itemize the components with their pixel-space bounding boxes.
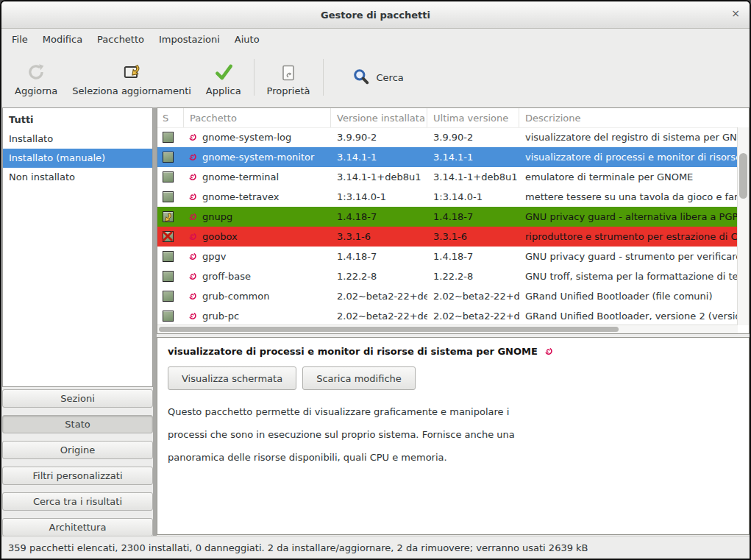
table-rows: gnome-system-log 3.9.90-2 3.9.90-2 visua… (157, 127, 738, 325)
installed-checkbox-icon[interactable] (163, 191, 174, 202)
description-cell: riproduttore e strumento per estrazione … (519, 227, 738, 247)
debian-swirl-icon (188, 311, 197, 321)
view-button[interactable]: Architettura (2, 518, 153, 536)
apply-button[interactable]: Applica (199, 55, 249, 99)
menu-item[interactable]: Pacchetto (90, 30, 152, 49)
column-header-package[interactable]: Pacchetto (184, 108, 331, 127)
package-cell: grub-common (184, 286, 331, 306)
installed-checkbox-icon[interactable] (163, 211, 174, 222)
details-title: visualizzatore di processi e monitor di … (168, 346, 538, 357)
mark-upgrades-button[interactable]: Seleziona aggiornamenti (65, 55, 199, 99)
refresh-button[interactable]: Aggiorna (7, 55, 65, 99)
package-cell: gnome-tetravex (184, 187, 331, 207)
table-row[interactable]: gpgv 1.4.18-7 1.4.18-7 GNU privacy guard… (157, 247, 738, 266)
view-button[interactable]: Origine (2, 441, 153, 459)
table-row[interactable]: gnome-system-monitor 3.14.1-1 3.14.1-1 v… (157, 147, 738, 167)
status-cell (157, 247, 184, 266)
details-buttons: Visualizza schermata Scarica modifiche (168, 366, 738, 390)
description-cell: GNU privacy guard - strumento per verifi… (519, 247, 738, 266)
column-header-status[interactable]: S (157, 108, 184, 127)
debian-swirl-icon (188, 291, 197, 301)
debian-swirl-icon (188, 252, 197, 261)
download-changelog-button[interactable]: Scarica modifiche (302, 366, 416, 390)
view-screenshot-button[interactable]: Visualizza schermata (168, 366, 296, 390)
package-name: groff-base (202, 271, 251, 282)
menu-item[interactable]: Modifica (35, 30, 90, 49)
refresh-icon (26, 61, 46, 82)
debian-swirl-icon (188, 212, 197, 221)
vertical-scrollbar-thumb[interactable] (739, 153, 747, 199)
status-cell (157, 227, 184, 247)
titlebar[interactable]: Gestore di pacchetti × (1, 1, 750, 29)
table-row[interactable]: goobox 3.3.1-6 3.3.1-6 riproduttore e st… (157, 227, 738, 247)
filter-list-item[interactable]: Installato (3, 130, 152, 149)
package-table: S Pacchetto Versione installata Ultima v… (157, 107, 750, 334)
menu-item[interactable]: Impostazioni (152, 30, 227, 49)
package-name: gpgv (202, 251, 226, 262)
installed-version-cell: 3.14.1-1 (331, 147, 427, 167)
view-button[interactable]: Stato (2, 415, 153, 433)
installed-version-cell: 1:3.14.0-1 (331, 187, 427, 207)
table-row[interactable]: grub-common 2.02~beta2-22+deb8u1 2.02~be… (157, 286, 738, 306)
filter-list-item[interactable]: Installato (manuale) (3, 149, 152, 168)
properties-button[interactable]: Proprietà (260, 55, 318, 99)
view-button[interactable]: Filtri personalizzati (2, 467, 153, 485)
filter-list-item[interactable]: Non installato (3, 168, 152, 187)
description-cell: mettere tessere su una tavola da gioco e… (519, 187, 738, 207)
remove-x-icon (162, 230, 174, 242)
installed-version-cell: 1.22.2-8 (331, 266, 427, 286)
details-description: Questo pacchetto permette di visualizzar… (168, 400, 738, 469)
description-cell: emulatore di terminale per GNOME (519, 167, 738, 187)
description-cell: GRand Unified Bootloader (file comuni) (519, 286, 738, 306)
installed-version-cell: 1.4.18-7 (331, 247, 427, 266)
table-row[interactable]: gnome-terminal 3.14.1-1+deb8u1 3.14.1-1+… (157, 167, 738, 187)
table-row[interactable]: gnupg 1.4.18-7 1.4.18-7 GNU privacy guar… (157, 207, 738, 227)
installed-checkbox-icon[interactable] (163, 132, 174, 143)
search-button-label: Cerca (377, 72, 404, 83)
filter-list-item[interactable]: Tutti (3, 110, 152, 130)
column-header-installed-version[interactable]: Versione installata (331, 108, 427, 127)
package-manager-window: Gestore di pacchetti × FileModificaPacch… (0, 0, 751, 560)
view-button[interactable]: Cerca tra i risultati (2, 492, 153, 511)
package-name: grub-pc (202, 311, 239, 322)
package-name: gnome-tetravex (202, 191, 279, 202)
latest-version-cell: 1.4.18-7 (427, 247, 519, 266)
debian-swirl-icon (188, 152, 197, 162)
installed-checkbox-icon[interactable] (163, 152, 174, 163)
toolbar-separator (254, 59, 255, 96)
details-description-line: processi che sono in esecuzione sul prop… (168, 423, 738, 446)
installed-version-cell: 3.3.1-6 (331, 227, 427, 247)
table-row[interactable]: gnome-system-log 3.9.90-2 3.9.90-2 visua… (157, 127, 738, 147)
table-row[interactable]: groff-base 1.22.2-8 1.22.2-8 GNU troff, … (157, 266, 738, 286)
vertical-scrollbar[interactable] (737, 127, 749, 325)
installed-checkbox-icon[interactable] (163, 231, 174, 242)
window-title: Gestore di pacchetti (321, 10, 430, 21)
menu-item[interactable]: File (4, 30, 35, 49)
table-row[interactable]: grub-pc 2.02~beta2-22+deb8u1 2.02~beta2-… (157, 306, 738, 325)
details-description-line: panoramica delle risorse disponibili, qu… (168, 446, 738, 469)
view-buttons: SezioniStatoOrigineFiltri personalizzati… (2, 389, 153, 544)
close-icon[interactable]: × (731, 8, 740, 18)
status-cell (157, 207, 184, 227)
description-cell: visualizzatore del registro di sistema p… (519, 127, 738, 147)
column-header-description[interactable]: Descrizione (519, 108, 749, 127)
installed-checkbox-icon[interactable] (163, 251, 174, 262)
installed-checkbox-icon[interactable] (163, 291, 174, 302)
statusbar: 359 pacchetti elencati, 2300 installati,… (1, 536, 750, 559)
table-row[interactable]: gnome-tetravex 1:3.14.0-1 1:3.14.0-1 met… (157, 187, 738, 207)
menu-item[interactable]: Aiuto (227, 30, 267, 49)
installed-checkbox-icon[interactable] (163, 271, 174, 282)
search-button[interactable]: Cerca (346, 63, 410, 92)
installed-checkbox-icon[interactable] (163, 311, 174, 322)
package-name: gnome-terminal (202, 171, 279, 182)
mark-upgrades-icon (122, 61, 141, 82)
installed-version-cell: 1.4.18-7 (331, 207, 427, 227)
horizontal-scrollbar-thumb[interactable] (159, 327, 619, 332)
package-name: goobox (202, 231, 238, 242)
debian-swirl-icon (188, 272, 197, 281)
status-cell (157, 266, 184, 286)
installed-checkbox-icon[interactable] (163, 171, 174, 182)
horizontal-scrollbar[interactable] (157, 325, 738, 333)
view-button[interactable]: Sezioni (2, 389, 153, 408)
column-header-latest-version[interactable]: Ultima versione (427, 108, 519, 127)
